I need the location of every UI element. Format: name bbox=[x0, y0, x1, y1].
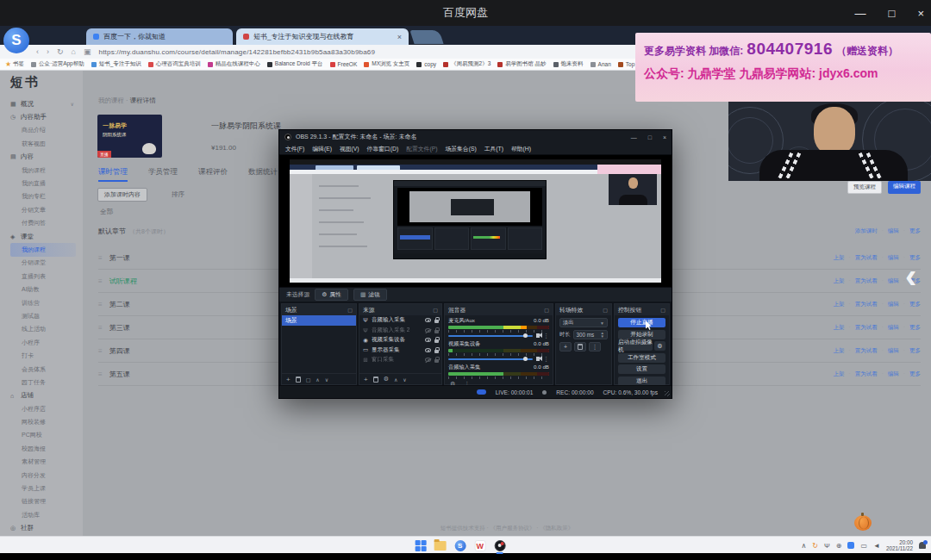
remove-source-icon[interactable] bbox=[373, 376, 378, 383]
bookmark-item[interactable]: ★书签 bbox=[5, 60, 24, 68]
drag-handle-icon[interactable]: ≡ bbox=[98, 277, 103, 285]
drag-handle-icon[interactable]: ≡ bbox=[98, 301, 103, 308]
add-lesson-button[interactable]: 添加课时内容 bbox=[97, 188, 147, 202]
stop-streaming-button[interactable]: 停止直播 bbox=[618, 318, 665, 327]
action-link[interactable]: 编辑 bbox=[888, 301, 899, 308]
plug-icon[interactable]: ⊕ bbox=[836, 542, 842, 550]
source-row[interactable]: Ψ音频输入采集 bbox=[359, 315, 441, 326]
action-link[interactable]: 更多 bbox=[909, 301, 921, 308]
sogou-taskbar-icon[interactable]: S bbox=[454, 539, 466, 551]
studio-mode-button[interactable]: 工作室模式 bbox=[618, 353, 665, 363]
sidebar-item[interactable]: 商品介绍 bbox=[10, 124, 83, 137]
action-link[interactable]: 编辑 bbox=[888, 227, 899, 235]
source-up-icon[interactable]: ∧ bbox=[394, 376, 397, 383]
obs-preview[interactable] bbox=[279, 155, 672, 287]
sidebar-item[interactable]: 我的直播 bbox=[10, 177, 83, 190]
sidebar-item[interactable]: 直播列表 bbox=[10, 270, 83, 283]
obs-minimize-icon[interactable]: — bbox=[631, 134, 637, 140]
mic-icon[interactable]: Ψ bbox=[824, 542, 830, 550]
bookmark-item[interactable]: 心理咨询宝典培训 bbox=[148, 60, 201, 68]
sidebar-item[interactable]: 分销课堂 bbox=[10, 257, 83, 270]
dock-icon[interactable]: ▢ bbox=[660, 307, 665, 313]
bookmark-item[interactable]: 饱来资料 bbox=[553, 60, 584, 68]
dock-icon[interactable]: ▢ bbox=[347, 307, 353, 313]
obs-menu-2[interactable]: 视图(V) bbox=[340, 145, 359, 153]
action-link[interactable]: 上架 bbox=[833, 254, 844, 262]
lock-icon[interactable] bbox=[434, 320, 439, 323]
home-icon[interactable]: ⌂ bbox=[72, 47, 76, 56]
obs-menu-0[interactable]: 文件(F) bbox=[285, 145, 304, 153]
dock-icon[interactable]: ▢ bbox=[603, 307, 608, 313]
sidebar-item[interactable]: 小程序 bbox=[10, 336, 83, 349]
bookmark-item[interactable]: MX浏览 女主页 bbox=[364, 60, 409, 68]
action-link[interactable]: 更多 bbox=[909, 347, 921, 355]
tab-2[interactable]: 课程评价 bbox=[198, 167, 228, 182]
scene-item[interactable]: 场景 bbox=[282, 315, 356, 326]
sidebar-item[interactable]: 会员体系 bbox=[10, 363, 83, 376]
drag-handle-icon[interactable]: ≡ bbox=[98, 254, 103, 262]
obs-menu-5[interactable]: 场景集合(S) bbox=[445, 145, 476, 153]
sidebar-item[interactable]: 训练营 bbox=[10, 296, 83, 309]
sync-icon[interactable]: ↻ bbox=[812, 542, 818, 550]
sidebar-item[interactable]: 我的课程 bbox=[10, 164, 83, 177]
tab-0[interactable]: 课时管理 bbox=[98, 167, 128, 182]
action-link[interactable]: 更多 bbox=[909, 370, 921, 378]
address-bar[interactable]: https://my.duanshu.com/course/detail/man… bbox=[99, 48, 376, 56]
eye-icon[interactable] bbox=[425, 338, 431, 342]
sidebar-group-doc[interactable]: ▤内容 bbox=[10, 151, 83, 164]
bookmark-item[interactable]: FreeOK bbox=[330, 61, 358, 67]
sidebar-item[interactable]: 素材管理 bbox=[10, 456, 83, 469]
sidebar-item[interactable]: 校园海报 bbox=[10, 442, 83, 455]
obs-menu-4[interactable]: 配置文件(P) bbox=[406, 145, 437, 153]
sidebar-item[interactable]: 我的专栏 bbox=[10, 190, 83, 203]
obs-taskbar-icon[interactable] bbox=[494, 539, 506, 551]
volume-icon[interactable]: ◄ bbox=[873, 542, 880, 550]
sidebar-item[interactable]: 付费问答 bbox=[10, 217, 83, 230]
action-link[interactable]: 上架 bbox=[833, 324, 844, 332]
sidebar-item[interactable]: AI助教 bbox=[10, 283, 83, 296]
sidebar-item[interactable]: 分销文章 bbox=[10, 203, 83, 216]
lock-icon[interactable] bbox=[434, 359, 439, 363]
capture-icon[interactable]: ▣ bbox=[84, 47, 91, 56]
transition-select[interactable]: 淡出 ▼ bbox=[559, 318, 608, 327]
dock-icon[interactable]: ▢ bbox=[433, 307, 438, 313]
sidebar-group-clock[interactable]: ◷内容助手 bbox=[10, 110, 83, 123]
notification-bell-icon[interactable] bbox=[919, 542, 926, 549]
close-icon[interactable]: × bbox=[917, 7, 924, 20]
sidebar-item[interactable]: 我的课程 bbox=[10, 243, 76, 256]
chevron-up-icon[interactable]: ∧ bbox=[802, 542, 807, 550]
obs-close-icon[interactable]: × bbox=[663, 134, 666, 140]
sort-button[interactable]: 排序 bbox=[172, 190, 184, 199]
bookmark-item[interactable]: 公众·运营App帮助 bbox=[31, 60, 84, 68]
action-link[interactable]: 编辑 bbox=[888, 347, 899, 355]
source-row[interactable]: ◉视频采集设备 bbox=[359, 335, 441, 345]
action-link[interactable]: 上架 bbox=[833, 370, 844, 378]
scene-down-icon[interactable]: ∨ bbox=[325, 376, 328, 383]
slider-track[interactable] bbox=[448, 335, 533, 337]
bookmark-item[interactable]: 精品在线课程中心 bbox=[208, 60, 260, 68]
action-link[interactable]: 置为试看 bbox=[855, 370, 878, 378]
minimize-icon[interactable]: — bbox=[855, 7, 866, 20]
sidebar-item[interactable]: 内容分发 bbox=[10, 469, 83, 482]
obs-menu-6[interactable]: 工具(T) bbox=[484, 145, 503, 153]
sidebar-group-shop[interactable]: ⌂店铺 bbox=[10, 389, 83, 402]
source-row[interactable]: ⊞窗口采集 bbox=[359, 355, 441, 365]
bookmark-item[interactable]: Anan bbox=[590, 61, 611, 67]
drag-handle-icon[interactable]: ≡ bbox=[98, 324, 103, 332]
obs-menu-7[interactable]: 帮助(H) bbox=[511, 145, 531, 153]
action-link[interactable]: 更多 bbox=[909, 227, 921, 235]
properties-button[interactable]: ⚙ 属性 bbox=[315, 289, 348, 301]
transition-more-icon[interactable]: ⋮ bbox=[589, 342, 601, 352]
slider-knob[interactable] bbox=[523, 333, 528, 338]
add-scene-icon[interactable]: + bbox=[286, 376, 291, 383]
bookmark-item[interactable]: copy bbox=[416, 61, 436, 67]
more-options-icon[interactable]: ⋮ bbox=[543, 333, 549, 339]
remove-scene-icon[interactable] bbox=[296, 376, 301, 383]
start-taskbar-icon[interactable] bbox=[415, 539, 427, 551]
bookmark-item[interactable]: 易学图书馆 品妙 bbox=[497, 60, 546, 68]
sidebar-group-cap[interactable]: ◈课堂 bbox=[10, 230, 83, 243]
sidebar-item[interactable]: 活动库 bbox=[10, 508, 83, 521]
lock-icon[interactable] bbox=[434, 330, 439, 333]
virtual-camera-button[interactable]: 启动虚拟摄像机 bbox=[618, 341, 653, 351]
action-link[interactable]: 添加课时 bbox=[855, 227, 878, 235]
